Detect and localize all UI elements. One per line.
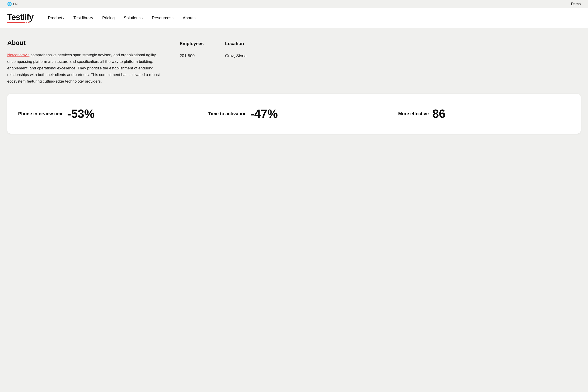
nav-item-product[interactable]: Product ▾ (44, 14, 68, 22)
stat-divider-1 (199, 104, 199, 123)
nav-item-resources[interactable]: Resources ▾ (148, 14, 178, 22)
about-text-column: About Netconomy's comprehensive services… (7, 39, 162, 84)
stat-more-effective-value: 86 (432, 108, 446, 120)
chevron-down-icon: ▾ (194, 16, 196, 20)
demo-button[interactable]: Demo (571, 2, 581, 6)
chevron-down-icon: ▾ (63, 16, 64, 20)
nav-item-test-library[interactable]: Test library (70, 14, 97, 22)
stat-more-effective: More effective 86 (398, 108, 570, 120)
globe-icon: 🌐 (7, 2, 12, 6)
location-heading: Location (225, 41, 244, 46)
chevron-down-icon: ▾ (172, 16, 174, 20)
stat-more-effective-label: More effective (398, 111, 429, 116)
about-description: comprehensive services span strategic ad… (7, 53, 160, 84)
employees-heading: Employees (180, 41, 204, 46)
stat-time-activation-label: Time to activation (208, 111, 247, 116)
about-meta-columns: Employees 201-500 Location Graz, Styria (180, 39, 252, 58)
nav-item-about[interactable]: About ▾ (179, 14, 200, 22)
nav-label-about: About (183, 16, 194, 20)
stat-time-to-activation: Time to activation -47% (208, 108, 380, 120)
stat-divider-2 (389, 104, 389, 123)
logo-line (7, 22, 26, 23)
logo-underline (7, 22, 30, 23)
logo-dot-3 (30, 22, 30, 23)
logo-dot-1 (26, 22, 27, 23)
stat-time-activation-value: -47% (250, 108, 278, 120)
about-section: About Netconomy's comprehensive services… (7, 39, 302, 84)
stat-phone-interview: Phone interview time -53% (18, 108, 190, 120)
main-nav: Product ▾ Test library Pricing Solutions… (44, 14, 581, 22)
employees-column: Employees 201-500 (180, 41, 207, 58)
nav-label-test-library: Test library (73, 16, 93, 20)
nav-item-pricing[interactable]: Pricing (98, 14, 118, 22)
stat-phone-interview-label: Phone interview time (18, 111, 64, 116)
nav-label-pricing: Pricing (102, 16, 114, 20)
language-selector[interactable]: 🌐 EN (7, 2, 18, 6)
location-column: Location Graz, Styria (225, 41, 252, 58)
logo-dot-2 (28, 22, 29, 23)
nav-item-solutions[interactable]: Solutions ▾ (120, 14, 146, 22)
about-heading: About (7, 39, 162, 46)
language-label: EN (13, 2, 18, 6)
location-value: Graz, Styria (225, 54, 246, 58)
logo[interactable]: Testlify (7, 13, 33, 23)
header: Testlify Product ▾ Test library Pricing … (0, 8, 588, 28)
nav-label-resources: Resources (152, 16, 172, 20)
stat-phone-interview-value: -53% (67, 108, 94, 120)
nav-label-solutions: Solutions (124, 16, 140, 20)
nav-label-product: Product (48, 16, 62, 20)
top-bar: 🌐 EN Demo (0, 0, 588, 8)
logo-dots (26, 22, 30, 23)
main-content: About Netconomy's comprehensive services… (0, 28, 588, 142)
company-link[interactable]: Netconomy's (7, 53, 30, 57)
employees-value: 201-500 (180, 54, 195, 58)
stats-card: Phone interview time -53% Time to activa… (7, 94, 581, 134)
chevron-down-icon: ▾ (142, 16, 143, 20)
logo-text: Testlify (7, 13, 33, 21)
about-paragraph: Netconomy's comprehensive services span … (7, 52, 162, 84)
